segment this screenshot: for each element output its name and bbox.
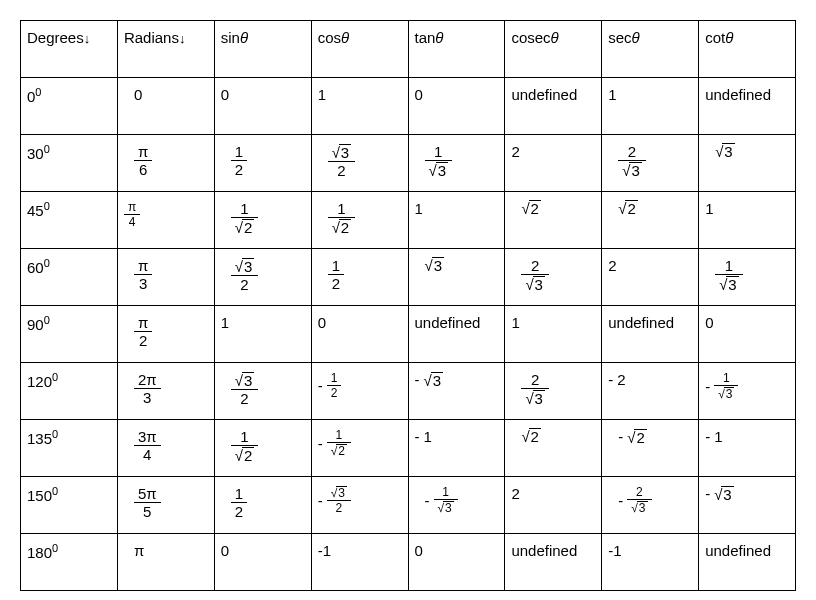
table-row: 1500 5π5 12 -√32 -1√3 2 -2√3 -√3 [21,477,796,534]
cell-cosec: √2 [505,192,602,249]
cell-tan: 0 [408,534,505,591]
cell-degrees: 00 [21,78,118,135]
cell-cot: √3 [699,135,796,192]
cell-cosec: 2√3 [505,249,602,306]
cell-cos: -√32 [311,477,408,534]
table-row: 1350 3π4 1√2 -1√2 -1 √2 -√2 -1 [21,420,796,477]
cell-tan: -1 [408,420,505,477]
table-row: 00 0 0 1 0 undefined 1 undefined [21,78,796,135]
cell-cosec: 2 [505,477,602,534]
cell-radians: 2π3 [117,363,214,420]
cell-radians: π2 [117,306,214,363]
col-degrees: Degrees↓ [21,21,118,78]
col-sec: secθ [602,21,699,78]
cell-cot: undefined [699,78,796,135]
cell-sin: √32 [214,363,311,420]
cell-cosec: undefined [505,78,602,135]
cell-degrees: 1500 [21,477,118,534]
cell-radians: π6 [117,135,214,192]
cell-tan: √3 [408,249,505,306]
col-cos: cosθ [311,21,408,78]
cell-sec: √2 [602,192,699,249]
table-header-row: Degrees↓ Radians↓ sinθ cosθ tanθ cosecθ … [21,21,796,78]
cell-tan: -√3 [408,363,505,420]
cell-sec: 2 [602,249,699,306]
cell-cosec: 1 [505,306,602,363]
cell-cosec: undefined [505,534,602,591]
cell-degrees: 300 [21,135,118,192]
cell-cot: -1√3 [699,363,796,420]
table-row: 600 π3 √32 12 √3 2√3 2 1√3 [21,249,796,306]
cell-cot: -√3 [699,477,796,534]
cell-cosec: 2√3 [505,363,602,420]
cell-cot: 1 [699,192,796,249]
cell-cos: -1√2 [311,420,408,477]
cell-sec: 1 [602,78,699,135]
col-tan: tanθ [408,21,505,78]
cell-cosec: 2 [505,135,602,192]
cell-sec: 2√3 [602,135,699,192]
cell-sec: -1 [602,534,699,591]
cell-cos: 0 [311,306,408,363]
col-cosec: cosecθ [505,21,602,78]
trig-values-table: Degrees↓ Radians↓ sinθ cosθ tanθ cosecθ … [20,20,796,591]
cell-cos: 12 [311,249,408,306]
cell-sin: 12 [214,135,311,192]
cell-sec: undefined [602,306,699,363]
table-row: 300 π6 12 √32 1√3 2 2√3 √3 [21,135,796,192]
cell-tan: 1 [408,192,505,249]
cell-sin: 0 [214,534,311,591]
table-row: 900 π2 1 0 undefined 1 undefined 0 [21,306,796,363]
cell-cot: -1 [699,420,796,477]
table-row: 450 π4 1√2 1√2 1 √2 √2 1 [21,192,796,249]
cell-cosec: √2 [505,420,602,477]
table-row: 1200 2π3 √32 -12 -√3 2√3 -2 -1√3 [21,363,796,420]
cell-cot: 0 [699,306,796,363]
cell-tan: 0 [408,78,505,135]
cell-tan: undefined [408,306,505,363]
cell-degrees: 900 [21,306,118,363]
cell-tan: 1√3 [408,135,505,192]
cell-sec: -√2 [602,420,699,477]
cell-degrees: 1200 [21,363,118,420]
cell-degrees: 1800 [21,534,118,591]
cell-sin: √32 [214,249,311,306]
cell-sin: 12 [214,477,311,534]
cell-degrees: 1350 [21,420,118,477]
cell-sin: 1 [214,306,311,363]
cell-radians: 3π4 [117,420,214,477]
cell-radians: 0 [117,78,214,135]
col-sin: sinθ [214,21,311,78]
cell-sin: 1√2 [214,420,311,477]
cell-tan: -1√3 [408,477,505,534]
col-radians: Radians↓ [117,21,214,78]
cell-cos: -1 [311,534,408,591]
cell-cot: undefined [699,534,796,591]
cell-cot: 1√3 [699,249,796,306]
cell-radians: π4 [117,192,214,249]
cell-radians: 5π5 [117,477,214,534]
cell-sin: 1√2 [214,192,311,249]
cell-cos: 1 [311,78,408,135]
table-row: 1800 π 0 -1 0 undefined -1 undefined [21,534,796,591]
cell-cos: 1√2 [311,192,408,249]
cell-radians: π3 [117,249,214,306]
cell-sec: -2 [602,363,699,420]
cell-sec: -2√3 [602,477,699,534]
cell-cos: √32 [311,135,408,192]
cell-cos: -12 [311,363,408,420]
col-cot: cotθ [699,21,796,78]
cell-radians: π [117,534,214,591]
cell-degrees: 600 [21,249,118,306]
cell-degrees: 450 [21,192,118,249]
cell-sin: 0 [214,78,311,135]
